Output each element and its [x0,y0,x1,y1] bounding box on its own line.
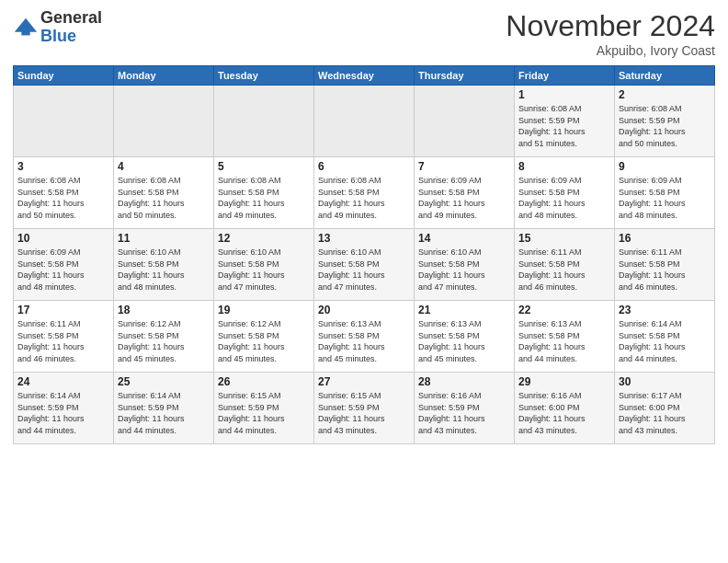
day-header-thursday: Thursday [415,66,515,86]
day-number: 27 [318,375,410,388]
day-info: Sunrise: 6:12 AM Sunset: 5:58 PM Dayligh… [118,318,210,364]
day-info: Sunrise: 6:08 AM Sunset: 5:59 PM Dayligh… [619,103,711,149]
day-info: Sunrise: 6:13 AM Sunset: 5:58 PM Dayligh… [318,318,410,364]
day-number: 6 [318,160,410,173]
calendar-cell: 6Sunrise: 6:08 AM Sunset: 5:58 PM Daylig… [314,157,415,229]
day-info: Sunrise: 6:14 AM Sunset: 5:59 PM Dayligh… [118,390,210,436]
calendar-cell [114,86,214,157]
calendar-cell: 12Sunrise: 6:10 AM Sunset: 5:58 PM Dayli… [214,229,314,301]
calendar-table: SundayMondayTuesdayWednesdayThursdayFrid… [13,65,715,444]
day-info: Sunrise: 6:09 AM Sunset: 5:58 PM Dayligh… [418,175,510,221]
header: General Blue November 2024 Akpuibo, Ivor… [13,9,715,58]
calendar-cell: 18Sunrise: 6:12 AM Sunset: 5:58 PM Dayli… [114,301,214,373]
logo: General Blue [13,9,102,46]
calendar-cell: 29Sunrise: 6:16 AM Sunset: 6:00 PM Dayli… [515,373,615,444]
day-number: 2 [619,88,711,101]
calendar-cell: 27Sunrise: 6:15 AM Sunset: 5:59 PM Dayli… [314,373,415,444]
day-number: 26 [218,375,310,388]
calendar-cell: 24Sunrise: 6:14 AM Sunset: 5:59 PM Dayli… [14,373,114,444]
day-info: Sunrise: 6:10 AM Sunset: 5:58 PM Dayligh… [418,247,510,293]
day-info: Sunrise: 6:09 AM Sunset: 5:58 PM Dayligh… [619,175,711,221]
day-number: 19 [218,304,310,316]
week-row-4: 24Sunrise: 6:14 AM Sunset: 5:59 PM Dayli… [14,373,715,444]
day-number: 22 [518,304,610,316]
day-header-sunday: Sunday [14,66,114,86]
day-number: 30 [619,375,711,388]
week-row-0: 1Sunrise: 6:08 AM Sunset: 5:59 PM Daylig… [14,86,715,157]
calendar-cell: 1Sunrise: 6:08 AM Sunset: 5:59 PM Daylig… [515,86,615,157]
day-number: 29 [518,375,610,388]
day-header-wednesday: Wednesday [314,66,415,86]
day-number: 24 [17,375,109,388]
day-number: 23 [619,304,711,316]
day-number: 25 [118,375,210,388]
day-info: Sunrise: 6:11 AM Sunset: 5:58 PM Dayligh… [518,247,610,293]
calendar-cell [314,86,415,157]
day-info: Sunrise: 6:13 AM Sunset: 5:58 PM Dayligh… [518,318,610,364]
day-number: 21 [418,304,510,316]
svg-rect-1 [21,30,29,36]
title-block: November 2024 Akpuibo, Ivory Coast [506,9,715,58]
calendar-cell: 26Sunrise: 6:15 AM Sunset: 5:59 PM Dayli… [214,373,314,444]
logo-blue: Blue [40,27,76,45]
logo-icon [13,15,39,40]
day-number: 15 [518,232,610,245]
day-info: Sunrise: 6:15 AM Sunset: 5:59 PM Dayligh… [218,390,310,436]
day-number: 28 [418,375,510,388]
day-info: Sunrise: 6:09 AM Sunset: 5:58 PM Dayligh… [518,175,610,221]
calendar-cell: 9Sunrise: 6:09 AM Sunset: 5:58 PM Daylig… [615,157,715,229]
month-title: November 2024 [506,9,715,43]
day-number: 7 [418,160,510,173]
calendar-cell [14,86,114,157]
calendar-cell: 19Sunrise: 6:12 AM Sunset: 5:58 PM Dayli… [214,301,314,373]
day-info: Sunrise: 6:15 AM Sunset: 5:59 PM Dayligh… [318,390,410,436]
day-number: 1 [518,88,610,101]
calendar-cell: 20Sunrise: 6:13 AM Sunset: 5:58 PM Dayli… [314,301,415,373]
svg-marker-0 [15,18,37,32]
calendar-cell: 16Sunrise: 6:11 AM Sunset: 5:58 PM Dayli… [615,229,715,301]
day-number: 14 [418,232,510,245]
calendar-cell: 3Sunrise: 6:08 AM Sunset: 5:58 PM Daylig… [14,157,114,229]
day-number: 18 [118,304,210,316]
day-number: 17 [17,304,109,316]
week-row-3: 17Sunrise: 6:11 AM Sunset: 5:58 PM Dayli… [14,301,715,373]
calendar-cell: 15Sunrise: 6:11 AM Sunset: 5:58 PM Dayli… [515,229,615,301]
day-info: Sunrise: 6:14 AM Sunset: 5:59 PM Dayligh… [17,390,109,436]
day-info: Sunrise: 6:12 AM Sunset: 5:58 PM Dayligh… [218,318,310,364]
calendar-cell: 5Sunrise: 6:08 AM Sunset: 5:58 PM Daylig… [214,157,314,229]
day-info: Sunrise: 6:11 AM Sunset: 5:58 PM Dayligh… [17,318,109,364]
day-number: 4 [118,160,210,173]
day-info: Sunrise: 6:10 AM Sunset: 5:58 PM Dayligh… [218,247,310,293]
day-number: 3 [17,160,109,173]
day-info: Sunrise: 6:17 AM Sunset: 6:00 PM Dayligh… [619,390,711,436]
page: General Blue November 2024 Akpuibo, Ivor… [0,0,728,454]
day-number: 12 [218,232,310,245]
day-info: Sunrise: 6:10 AM Sunset: 5:58 PM Dayligh… [318,247,410,293]
day-number: 20 [318,304,410,316]
day-number: 8 [518,160,610,173]
calendar-cell: 11Sunrise: 6:10 AM Sunset: 5:58 PM Dayli… [114,229,214,301]
day-number: 16 [619,232,711,245]
day-header-friday: Friday [515,66,615,86]
calendar-cell: 14Sunrise: 6:10 AM Sunset: 5:58 PM Dayli… [415,229,515,301]
day-info: Sunrise: 6:13 AM Sunset: 5:58 PM Dayligh… [418,318,510,364]
day-info: Sunrise: 6:08 AM Sunset: 5:58 PM Dayligh… [318,175,410,221]
day-info: Sunrise: 6:16 AM Sunset: 5:59 PM Dayligh… [418,390,510,436]
week-row-1: 3Sunrise: 6:08 AM Sunset: 5:58 PM Daylig… [14,157,715,229]
calendar-cell: 23Sunrise: 6:14 AM Sunset: 5:58 PM Dayli… [615,301,715,373]
calendar-cell: 17Sunrise: 6:11 AM Sunset: 5:58 PM Dayli… [14,301,114,373]
location: Akpuibo, Ivory Coast [506,43,715,58]
day-info: Sunrise: 6:14 AM Sunset: 5:58 PM Dayligh… [619,318,711,364]
calendar-cell: 10Sunrise: 6:09 AM Sunset: 5:58 PM Dayli… [14,229,114,301]
calendar-cell [214,86,314,157]
day-info: Sunrise: 6:09 AM Sunset: 5:58 PM Dayligh… [17,247,109,293]
calendar-cell: 2Sunrise: 6:08 AM Sunset: 5:59 PM Daylig… [615,86,715,157]
day-header-saturday: Saturday [615,66,715,86]
day-number: 11 [118,232,210,245]
day-header-monday: Monday [114,66,214,86]
day-number: 13 [318,232,410,245]
day-info: Sunrise: 6:08 AM Sunset: 5:58 PM Dayligh… [17,175,109,221]
calendar-cell: 7Sunrise: 6:09 AM Sunset: 5:58 PM Daylig… [415,157,515,229]
calendar-cell: 30Sunrise: 6:17 AM Sunset: 6:00 PM Dayli… [615,373,715,444]
day-info: Sunrise: 6:08 AM Sunset: 5:58 PM Dayligh… [118,175,210,221]
